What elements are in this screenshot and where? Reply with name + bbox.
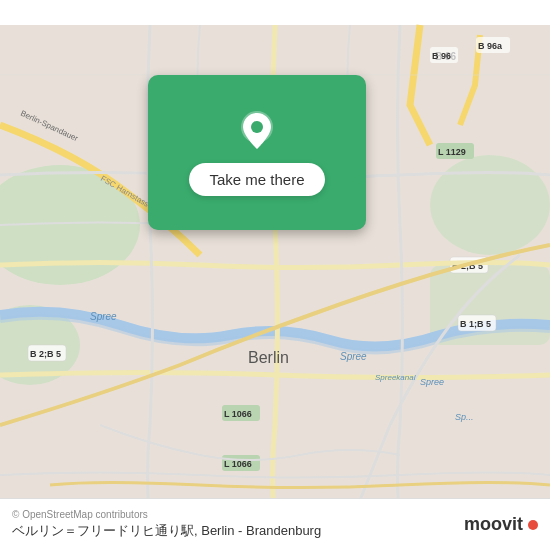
moovit-dot bbox=[528, 520, 538, 530]
svg-text:L 1129: L 1129 bbox=[438, 147, 466, 157]
svg-text:Spree: Spree bbox=[420, 377, 444, 387]
moovit-logo: moovit bbox=[464, 514, 538, 535]
svg-point-31 bbox=[251, 121, 263, 133]
svg-text:Spreekanal: Spreekanal bbox=[375, 373, 416, 382]
svg-text:L 1066: L 1066 bbox=[224, 409, 252, 419]
svg-text:B 2;B 5: B 2;B 5 bbox=[30, 349, 61, 359]
svg-text:Spree: Spree bbox=[340, 351, 367, 362]
place-name: ベルリン＝フリードリヒ通り駅, Berlin - Brandenburg bbox=[12, 522, 321, 540]
svg-text:B 96: B 96 bbox=[432, 51, 451, 61]
svg-text:Spree: Spree bbox=[90, 311, 117, 322]
bottom-left-info: © OpenStreetMap contributors ベルリン＝フリードリヒ… bbox=[12, 509, 321, 540]
moovit-brand-text: moovit bbox=[464, 514, 523, 535]
bottom-bar: © OpenStreetMap contributors ベルリン＝フリードリヒ… bbox=[0, 498, 550, 550]
svg-text:B 1;B 5: B 1;B 5 bbox=[460, 319, 491, 329]
svg-point-3 bbox=[430, 155, 550, 255]
svg-text:B 96a: B 96a bbox=[478, 41, 503, 51]
osm-attribution: © OpenStreetMap contributors bbox=[12, 509, 321, 520]
svg-text:Sp...: Sp... bbox=[455, 412, 474, 422]
location-card: Take me there bbox=[148, 75, 366, 230]
take-me-there-button[interactable]: Take me there bbox=[189, 163, 324, 196]
map-container: B 96 B 96 B 96a L 1129 B 2;B 5 B 1;B 5 B… bbox=[0, 0, 550, 550]
svg-text:Berlin: Berlin bbox=[248, 349, 289, 366]
location-pin-icon bbox=[235, 109, 279, 153]
